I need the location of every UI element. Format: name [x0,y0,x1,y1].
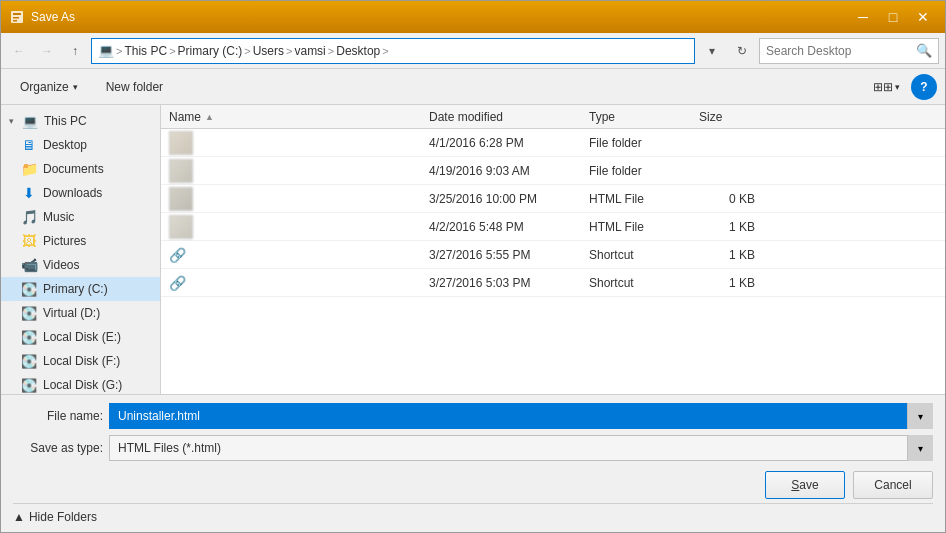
local-f-icon: 💽 [21,353,37,369]
address-dropdown-button[interactable]: ▾ [699,38,725,64]
sidebar-item-videos[interactable]: 📹 Videos [1,253,160,277]
file-size-2: 0 KB [691,185,771,212]
sidebar-item-local-f[interactable]: 💽 Local Disk (F:) [1,349,160,373]
help-button[interactable]: ? [911,74,937,100]
sidebar-label-this-pc: This PC [44,114,87,128]
file-type-4: Shortcut [581,241,691,268]
toolbar-right: ⊞⊞ ▾ ? [866,74,937,100]
svg-rect-3 [13,20,17,22]
back-button[interactable]: ← [7,39,31,63]
organize-dropdown-icon: ▾ [73,82,78,92]
maximize-button[interactable]: □ [879,6,907,28]
sidebar-label-music: Music [43,210,74,224]
file-date-5: 3/27/2016 5:03 PM [421,269,581,296]
file-size-0 [691,129,771,156]
organize-label: Organize [20,80,69,94]
save-as-type-row: Save as type: HTML Files (*.html) ▾ [13,435,933,461]
sidebar-item-this-pc[interactable]: ▾ 💻 This PC [1,109,160,133]
file-date-3: 4/2/2016 5:48 PM [421,213,581,240]
expand-icon: ▾ [9,116,14,126]
save-as-type-select-wrapper: HTML Files (*.html) ▾ [109,435,933,461]
sidebar-label-pictures: Pictures [43,234,86,248]
minimize-button[interactable]: ─ [849,6,877,28]
sidebar-label-local-g: Local Disk (G:) [43,378,122,392]
new-folder-button[interactable]: New folder [95,74,174,100]
sidebar-item-local-e[interactable]: 💽 Local Disk (E:) [1,325,160,349]
organize-button[interactable]: Organize ▾ [9,74,89,100]
view-button[interactable]: ⊞⊞ ▾ [866,74,907,100]
title-bar-buttons: ─ □ ✕ [849,6,937,28]
sidebar-item-documents[interactable]: 📁 Documents [1,157,160,181]
table-row[interactable]: 🔗 3/27/2016 5:55 PM Shortcut 1 KB [161,241,945,269]
file-date-1: 4/19/2016 9:03 AM [421,157,581,184]
col-header-type[interactable]: Type [581,105,691,128]
col-header-date[interactable]: Date modified [421,105,581,128]
sidebar-item-pictures[interactable]: 🖼 Pictures [1,229,160,253]
view-dropdown-icon: ▾ [895,82,900,92]
file-date-4: 3/27/2016 5:55 PM [421,241,581,268]
file-size-5: 1 KB [691,269,771,296]
local-g-icon: 💽 [21,377,37,393]
cancel-button[interactable]: Cancel [853,471,933,499]
sidebar-item-music[interactable]: 🎵 Music [1,205,160,229]
pictures-icon: 🖼 [21,233,37,249]
col-name-label: Name [169,110,201,124]
title-bar: Save As ─ □ ✕ [1,1,945,33]
table-row[interactable]: 4/1/2016 6:28 PM File folder [161,129,945,157]
up-button[interactable]: ↑ [63,39,87,63]
file-cell-name [161,129,421,156]
file-cell-name [161,157,421,184]
table-row[interactable]: 4/2/2016 5:48 PM HTML File 1 KB [161,213,945,241]
file-date-2: 3/25/2016 10:00 PM [421,185,581,212]
file-name-input-wrapper: ▾ [109,403,933,429]
table-row[interactable]: 3/25/2016 10:00 PM HTML File 0 KB [161,185,945,213]
search-button[interactable]: 🔍 [916,43,932,58]
file-name-label: File name: [13,409,103,423]
breadcrumb-vamsi: vamsi [294,44,325,58]
file-size-1 [691,157,771,184]
sidebar-item-virtual-d[interactable]: 💽 Virtual (D:) [1,301,160,325]
sidebar-item-local-g[interactable]: 💽 Local Disk (G:) [1,373,160,394]
title-bar-text: Save As [31,10,849,24]
toolbar-row: Organize ▾ New folder ⊞⊞ ▾ ? [1,69,945,105]
file-name-input[interactable] [109,403,907,429]
col-size-label: Size [699,110,722,124]
sidebar-item-primary-c[interactable]: 💽 Primary (C:) [1,277,160,301]
breadcrumb-primary: Primary (C:) [178,44,243,58]
save-as-type-value[interactable]: HTML Files (*.html) [109,435,907,461]
breadcrumb-thispc-icon: 💻 [98,43,114,58]
breadcrumb-sep6: > [382,45,388,57]
refresh-button[interactable]: ↻ [729,38,755,64]
table-row[interactable]: 4/19/2016 9:03 AM File folder [161,157,945,185]
file-size-4: 1 KB [691,241,771,268]
col-sort-icon: ▲ [205,112,214,122]
file-name-row: File name: ▾ [13,403,933,429]
bottom-footer: ▲ Hide Folders [13,503,933,524]
svg-rect-2 [13,17,19,19]
svg-rect-1 [13,13,21,15]
downloads-icon: ⬇ [21,185,37,201]
table-row[interactable]: 🔗 3/27/2016 5:03 PM Shortcut 1 KB [161,269,945,297]
file-list: 4/1/2016 6:28 PM File folder 4/19/2016 9… [161,129,945,394]
close-button[interactable]: ✕ [909,6,937,28]
sidebar-item-downloads[interactable]: ⬇ Downloads [1,181,160,205]
sidebar-label-videos: Videos [43,258,79,272]
sidebar-label-primary-c: Primary (C:) [43,282,108,296]
col-date-label: Date modified [429,110,503,124]
save-label: Save [791,478,818,492]
save-button[interactable]: Save [765,471,845,499]
forward-button[interactable]: → [35,39,59,63]
local-e-icon: 💽 [21,329,37,345]
hide-folders-button[interactable]: ▲ Hide Folders [13,510,97,524]
col-header-size[interactable]: Size [691,105,771,128]
search-input[interactable] [766,44,916,58]
save-as-type-dropdown[interactable]: ▾ [907,435,933,461]
address-bar[interactable]: 💻 > This PC > Primary (C:) > Users > vam… [91,38,695,64]
sidebar-item-desktop[interactable]: 🖥 Desktop [1,133,160,157]
search-box: 🔍 [759,38,939,64]
breadcrumb-users: Users [253,44,284,58]
col-header-name[interactable]: Name ▲ [161,105,421,128]
breadcrumb-sep3: > [244,45,250,57]
save-as-dialog: Save As ─ □ ✕ ← → ↑ 💻 > This PC > Primar… [0,0,946,533]
file-name-dropdown[interactable]: ▾ [907,403,933,429]
